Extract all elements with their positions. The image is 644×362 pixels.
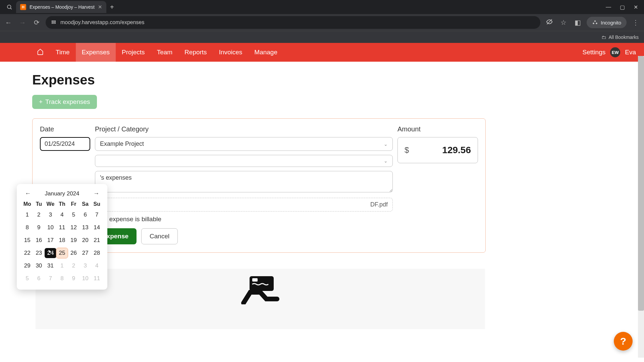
calendar-day[interactable]: 5 xyxy=(68,210,79,220)
calendar-day[interactable]: 27 xyxy=(79,248,91,258)
tab-favicon: H xyxy=(20,4,26,10)
minimize-icon[interactable]: — xyxy=(606,4,611,10)
calendar-day[interactable]: 18 xyxy=(56,235,68,245)
reload-button[interactable]: ⟳ xyxy=(32,18,42,26)
calendar-day: 2 xyxy=(68,261,79,271)
nav-item-projects[interactable]: Projects xyxy=(116,43,151,62)
calendar-day[interactable]: 10 xyxy=(45,223,56,233)
calendar-dow: We xyxy=(45,201,56,207)
nav-item-time[interactable]: Time xyxy=(50,43,76,62)
track-expenses-label: Track expenses xyxy=(45,98,90,106)
category-select[interactable]: ⌄ xyxy=(95,155,393,167)
calendar-day[interactable]: 29 xyxy=(21,261,33,271)
amount-input[interactable]: $ 129.56 xyxy=(397,137,478,163)
calendar-day[interactable]: 14 xyxy=(91,223,103,233)
project-select[interactable]: Example Project ⌄ xyxy=(95,137,393,151)
back-button[interactable]: ← xyxy=(3,19,13,26)
date-picker-popover: ← January 2024 → MoTuWeThFrSaSu123456789… xyxy=(17,184,107,290)
calendar-day[interactable]: 9 xyxy=(33,223,45,233)
calendar-dow: Tu xyxy=(33,201,45,207)
calendar-month-title: January 2024 xyxy=(45,190,79,197)
nav-item-reports[interactable]: Reports xyxy=(178,43,213,62)
side-panel-icon[interactable]: ◧ xyxy=(573,18,583,26)
amount-value: 129.56 xyxy=(442,145,471,156)
site-info-icon[interactable] xyxy=(51,19,56,26)
all-bookmarks-button[interactable]: 🗀 All Bookmarks xyxy=(601,35,639,40)
calendar-day[interactable]: 31 xyxy=(45,261,56,271)
incognito-badge[interactable]: Incognito xyxy=(587,17,627,28)
calendar-day: 4 xyxy=(91,261,103,271)
amount-label: Amount xyxy=(397,125,478,133)
maximize-icon[interactable]: ▢ xyxy=(620,4,625,10)
all-bookmarks-label: All Bookmarks xyxy=(609,35,639,40)
calendar-next-button[interactable]: → xyxy=(92,190,101,197)
tab-title: Expenses – Moodjoy – Harvest xyxy=(30,4,95,10)
calendar-day[interactable]: 1 xyxy=(21,210,33,220)
calendar-day[interactable]: 2 xyxy=(33,210,45,220)
address-bar[interactable]: moodjoy.harvestapp.com/expenses xyxy=(46,16,540,29)
calendar-day[interactable]: 3 xyxy=(45,210,56,220)
calendar-day[interactable]: 12 xyxy=(68,223,79,233)
avatar[interactable]: EW xyxy=(610,47,620,57)
calendar-day[interactable]: 23 xyxy=(33,248,45,258)
calendar-day: 9 xyxy=(68,274,79,284)
calendar-prev-button[interactable]: ← xyxy=(23,190,32,197)
notes-textarea[interactable] xyxy=(95,171,393,192)
calendar-day[interactable]: 25 xyxy=(56,248,68,258)
folder-icon: 🗀 xyxy=(601,35,606,40)
nav-item-expenses[interactable]: Expenses xyxy=(76,43,116,62)
calendar-day[interactable]: 16 xyxy=(33,235,45,245)
calendar-day[interactable]: 19 xyxy=(68,235,79,245)
eye-off-icon[interactable] xyxy=(544,18,554,27)
project-select-value: Example Project xyxy=(100,140,144,147)
date-input[interactable] xyxy=(40,137,90,151)
calendar-day[interactable]: 4 xyxy=(56,210,68,220)
calendar-day[interactable]: 22 xyxy=(21,248,33,258)
chevron-down-icon: ⌄ xyxy=(384,141,388,147)
calendar-day[interactable]: 20 xyxy=(79,235,91,245)
calendar-day[interactable]: 26 xyxy=(68,248,79,258)
close-window-icon[interactable]: ✕ xyxy=(634,4,638,10)
calendar-day: 7 xyxy=(45,274,56,284)
nav-item-manage[interactable]: Manage xyxy=(248,43,283,62)
browser-tab[interactable]: H Expenses – Moodjoy – Harvest ✕ xyxy=(16,1,106,13)
kebab-menu-icon[interactable]: ⋮ xyxy=(631,18,641,26)
calendar-day[interactable]: 6 xyxy=(79,210,91,220)
calendar-day[interactable]: 11 xyxy=(56,223,68,233)
calendar-day[interactable]: 21 xyxy=(91,235,103,245)
receipt-file-box[interactable]: DF.pdf xyxy=(95,198,393,212)
browser-toolbar: ← → ⟳ moodjoy.harvestapp.com/expenses ☆ … xyxy=(0,14,644,31)
svg-rect-6 xyxy=(252,278,258,282)
calendar-day[interactable]: 15 xyxy=(21,235,33,245)
calendar-day[interactable]: 13 xyxy=(79,223,91,233)
nav-settings[interactable]: Settings xyxy=(583,49,606,56)
billable-label: s expense is billable xyxy=(104,216,161,223)
nav-item-team[interactable]: Team xyxy=(151,43,178,62)
svg-point-0 xyxy=(7,5,11,9)
project-category-label: Project / Category xyxy=(95,125,393,133)
calendar-day[interactable]: 7 xyxy=(91,210,103,220)
svg-line-1 xyxy=(10,8,11,9)
help-fab-button[interactable]: ? xyxy=(614,332,633,351)
calendar-day: 8 xyxy=(56,274,68,284)
nav-username[interactable]: Eva xyxy=(625,49,636,56)
calendar-day: 6 xyxy=(33,274,45,284)
calendar-day[interactable]: 24 xyxy=(45,248,56,258)
calendar-day[interactable]: 28 xyxy=(91,248,103,258)
calendar-day[interactable]: 17 xyxy=(45,235,56,245)
cancel-button[interactable]: Cancel xyxy=(141,228,178,244)
calendar-dow: Su xyxy=(91,201,103,207)
calendar-day[interactable]: 8 xyxy=(21,223,33,233)
track-expenses-button[interactable]: + Track expenses xyxy=(32,95,97,109)
tab-search-icon[interactable] xyxy=(3,4,16,10)
bookmark-star-icon[interactable]: ☆ xyxy=(558,18,569,26)
calendar-day: 11 xyxy=(91,274,103,284)
home-icon[interactable] xyxy=(37,48,44,57)
browser-chrome: H Expenses – Moodjoy – Harvest ✕ + — ▢ ✕… xyxy=(0,0,644,43)
new-tab-button[interactable]: + xyxy=(106,3,118,11)
tab-close-icon[interactable]: ✕ xyxy=(98,4,102,10)
calendar-day[interactable]: 30 xyxy=(33,261,45,271)
nav-item-invoices[interactable]: Invoices xyxy=(213,43,249,62)
vertical-scrollbar[interactable] xyxy=(638,56,644,358)
scrollbar-thumb[interactable] xyxy=(638,56,644,311)
